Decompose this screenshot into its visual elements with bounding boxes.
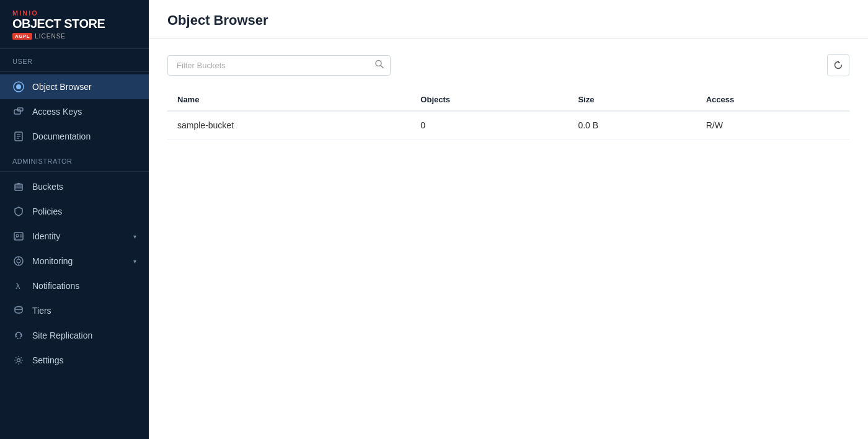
cell-objects: 0 <box>410 111 568 140</box>
minio-brand-text: MINIO <box>12 10 38 17</box>
sidebar-item-object-browser[interactable]: Object Browser <box>0 74 149 99</box>
admin-section-divider <box>0 171 149 172</box>
user-section-label: User <box>0 49 149 69</box>
sidebar-item-label: Buckets <box>32 182 63 192</box>
sidebar-item-label: Notifications <box>32 281 79 291</box>
sidebar-item-label: Settings <box>32 355 64 365</box>
buckets-table: Name Objects Size Access sample-bucket 0… <box>167 89 849 140</box>
col-name: Name <box>167 89 410 111</box>
page-header: Object Browser <box>149 0 868 39</box>
admin-section-label: Administrator <box>0 149 149 169</box>
monitoring-icon <box>12 255 25 267</box>
search-icon <box>374 60 384 71</box>
sidebar-item-label: Object Browser <box>32 82 92 92</box>
sidebar-item-label: Access Keys <box>32 107 82 117</box>
shield-icon <box>12 205 25 218</box>
table-row[interactable]: sample-bucket 0 0.0 B R/W <box>167 111 849 140</box>
sidebar-item-notifications[interactable]: λ Notifications <box>0 273 149 298</box>
table-header-row: Name Objects Size Access <box>167 89 849 111</box>
svg-line-23 <box>381 66 383 68</box>
main-area: Object Browser <box>149 0 868 439</box>
sidebar-item-identity[interactable]: Identity ▾ <box>0 224 149 249</box>
circle-icon <box>12 81 25 93</box>
sidebar-item-monitoring[interactable]: Monitoring ▾ <box>0 249 149 273</box>
filter-bar <box>167 54 849 76</box>
svg-point-21 <box>17 359 20 362</box>
cell-access: R/W <box>696 111 849 140</box>
refresh-button[interactable] <box>827 54 849 76</box>
main-content: Name Objects Size Access sample-bucket 0… <box>149 39 868 439</box>
cell-name: sample-bucket <box>167 111 410 140</box>
page-title: Object Browser <box>167 12 849 29</box>
sidebar-logo: MINIO OBJECT STORE AGPL LICENSE <box>0 0 149 49</box>
settings-icon <box>12 354 25 366</box>
col-objects: Objects <box>410 89 568 111</box>
bucket-icon <box>12 180 25 193</box>
sidebar-item-label: Identity <box>32 231 60 241</box>
svg-point-16 <box>17 259 20 263</box>
svg-point-12 <box>16 234 19 237</box>
identity-icon <box>12 230 25 242</box>
replication-icon <box>12 329 25 342</box>
key-icon <box>12 105 25 118</box>
sidebar-item-policies[interactable]: Policies <box>0 199 149 224</box>
chevron-down-icon: ▾ <box>133 233 136 240</box>
search-input[interactable] <box>167 55 391 76</box>
svg-rect-8 <box>15 184 22 190</box>
license-label: LICENSE <box>35 33 66 40</box>
chevron-down-icon: ▾ <box>133 258 136 265</box>
svg-text:λ: λ <box>16 282 20 291</box>
svg-point-20 <box>15 307 22 310</box>
agpl-badge: AGPL <box>12 33 32 40</box>
lambda-icon: λ <box>12 280 25 292</box>
sidebar-item-label: Tiers <box>32 306 51 316</box>
cell-size: 0.0 B <box>568 111 696 140</box>
sidebar-item-label: Monitoring <box>32 256 73 266</box>
refresh-icon <box>833 60 843 70</box>
sidebar-item-site-replication[interactable]: Site Replication <box>0 323 149 348</box>
sidebar-item-access-keys[interactable]: Access Keys <box>0 99 149 124</box>
col-access: Access <box>696 89 849 111</box>
col-size: Size <box>568 89 696 111</box>
object-store-text: OBJECT STORE <box>12 17 136 30</box>
sidebar-item-label: Policies <box>32 206 62 216</box>
svg-point-1 <box>16 84 21 89</box>
tiers-icon <box>12 304 25 317</box>
sidebar-item-tiers[interactable]: Tiers <box>0 298 149 323</box>
sidebar-item-documentation[interactable]: Documentation <box>0 124 149 149</box>
filter-input-wrap <box>167 55 391 76</box>
sidebar-item-label: Documentation <box>32 131 91 141</box>
sidebar-item-buckets[interactable]: Buckets <box>0 174 149 199</box>
sidebar-item-settings[interactable]: Settings <box>0 348 149 373</box>
user-section-divider <box>0 71 149 72</box>
sidebar-item-label: Site Replication <box>32 330 92 340</box>
doc-icon <box>12 130 25 143</box>
sidebar: MINIO OBJECT STORE AGPL LICENSE User Obj… <box>0 0 149 439</box>
